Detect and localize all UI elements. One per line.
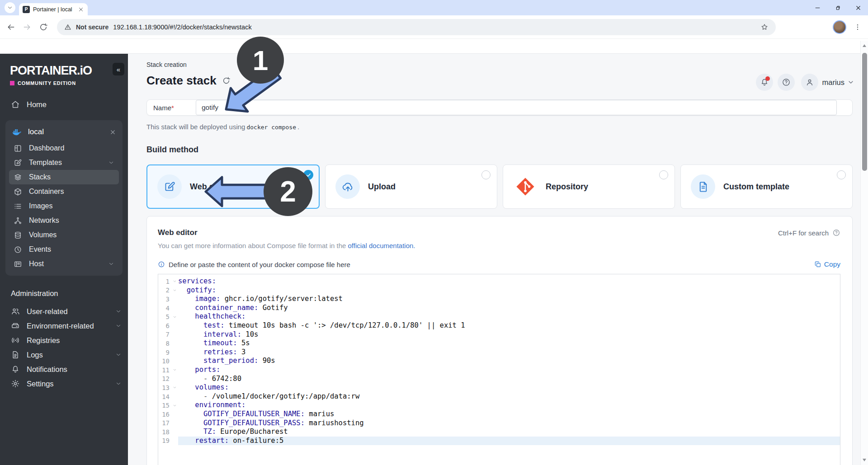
browser-profile-avatar[interactable]	[833, 20, 846, 34]
not-secure-warning-icon[interactable]	[64, 23, 71, 31]
sidebar-item-environment-related[interactable]: Environment-related	[0, 319, 128, 333]
code-text: environment:	[178, 401, 245, 410]
portainer-favicon: P	[23, 6, 30, 13]
code-text: container_name: Gotify	[178, 304, 288, 313]
fold-icon[interactable]	[171, 315, 178, 319]
sidebar-item-notifications[interactable]: Notifications	[0, 362, 128, 376]
sidebar-item-images[interactable]: Images	[9, 199, 119, 213]
bookmark-star-icon[interactable]	[760, 23, 769, 31]
edit-icon	[157, 174, 182, 199]
fold-icon[interactable]	[171, 288, 178, 292]
code-line-17: 17 GOTIFY_DEFAULTUSER_PASS: mariushostin…	[158, 419, 840, 428]
browser-menu-icon[interactable]	[854, 23, 862, 31]
network-icon	[14, 216, 22, 225]
sidebar-item-settings[interactable]: Settings	[0, 376, 128, 391]
line-number: 10	[158, 357, 171, 365]
notifications-button[interactable]	[756, 74, 773, 91]
compose-info-text: You can get more information about Compo…	[158, 242, 840, 249]
chevron-down-icon	[115, 352, 122, 358]
official-documentation-link[interactable]: official documentation.	[348, 242, 415, 249]
code-line-13: 13 volumes:	[158, 383, 840, 392]
help-button[interactable]	[778, 74, 795, 91]
sidebar-item-logs[interactable]: Logs	[0, 348, 128, 362]
scrollbar-thumb[interactable]	[862, 53, 867, 171]
window-close-icon[interactable]	[855, 5, 862, 11]
user-menu-button[interactable]	[801, 74, 818, 91]
code-text: retries: 3	[178, 348, 245, 357]
gear-icon	[11, 379, 20, 388]
radio-button[interactable]	[659, 170, 668, 179]
line-number: 12	[158, 375, 171, 382]
fold-icon[interactable]	[171, 404, 178, 408]
web-editor-card: Web editor Ctrl+F for search You can get…	[146, 216, 853, 465]
page-scrollbar[interactable]	[860, 41, 868, 465]
chevron-down-icon[interactable]	[847, 79, 854, 86]
sidebar-item-home[interactable]: Home	[0, 97, 128, 112]
radio-button[interactable]	[481, 170, 491, 179]
minimize-icon[interactable]	[814, 5, 821, 11]
fold-icon[interactable]	[171, 279, 178, 283]
build-method-repository[interactable]: Repository	[503, 164, 675, 209]
code-text: gotify:	[178, 286, 216, 295]
forward-icon[interactable]	[23, 23, 32, 32]
sidebar-item-host[interactable]: Host	[9, 257, 119, 271]
portainer-logo: PORTAINER.iO	[10, 64, 128, 78]
tab-close-icon[interactable]	[78, 6, 84, 13]
sidebar-item-label: Networks	[29, 216, 59, 225]
scrollbar-down-arrow[interactable]	[863, 459, 866, 461]
code-line-8: 8 timeout: 5s	[158, 339, 840, 348]
sidebar-item-user-related[interactable]: User-related	[0, 304, 128, 319]
fold-icon[interactable]	[171, 368, 178, 372]
sidebar-item-volumes[interactable]: Volumes	[9, 228, 119, 242]
environment-header[interactable]: local	[5, 123, 123, 141]
sidebar-item-label: Templates	[29, 159, 62, 167]
restore-icon[interactable]	[835, 5, 841, 11]
line-number: 16	[158, 411, 171, 418]
code-line-19: 19 restart: on-failure:5	[158, 437, 840, 446]
sidebar-item-label: Dashboard	[29, 144, 64, 152]
refresh-icon[interactable]	[222, 76, 231, 85]
user-icon	[805, 78, 814, 87]
copy-button[interactable]: Copy	[814, 260, 840, 268]
drive-icon	[11, 321, 20, 330]
build-method-upload[interactable]: Upload	[325, 164, 497, 209]
fold-icon[interactable]	[171, 385, 178, 390]
code-text: restart: on-failure:5	[178, 437, 283, 446]
environment-close-icon[interactable]	[109, 129, 116, 136]
compose-code-editor[interactable]: 1services:2 gotify:3 image: ghcr.io/goti…	[158, 274, 840, 465]
sidebar-item-dashboard[interactable]: Dashboard	[9, 141, 119, 155]
sidebar-item-networks[interactable]: Networks	[9, 213, 119, 228]
stack-name-input[interactable]	[196, 100, 837, 115]
box-icon	[14, 188, 22, 196]
sidebar-item-templates[interactable]: Templates	[9, 155, 119, 170]
sidebar-item-containers[interactable]: Containers	[9, 184, 119, 199]
url-bar[interactable]: Not secure 192.168.1.18:9000/#!/2/docker…	[57, 19, 776, 35]
sidebar-item-label: Environment-related	[27, 322, 94, 330]
line-number: 2	[158, 287, 171, 294]
page-title: Create stack	[146, 74, 217, 88]
reload-icon[interactable]	[39, 23, 48, 32]
sidebar-item-label: Stacks	[29, 173, 51, 181]
sidebar-item-events[interactable]: Events	[9, 242, 119, 257]
browser-tab[interactable]: P Portainer | local	[19, 3, 88, 15]
build-method-custom-template[interactable]: Custom template	[680, 164, 853, 209]
sidebar-collapse-button[interactable]: «	[113, 63, 124, 75]
line-number: 14	[158, 393, 171, 400]
annotation-step-1-badge: 1	[237, 37, 284, 84]
question-icon[interactable]	[832, 229, 840, 237]
page-top-gap	[0, 39, 868, 53]
radio-button[interactable]	[837, 170, 846, 179]
sidebar-item-stacks[interactable]: Stacks	[9, 170, 119, 184]
tab-search-button[interactable]	[5, 2, 15, 13]
sidebar-item-registries[interactable]: Registries	[0, 333, 128, 348]
chevron-down-icon	[108, 160, 114, 166]
scrollbar-up-arrow[interactable]	[863, 44, 866, 47]
bell-icon	[11, 365, 20, 374]
code-text: TZ: Europe/Bucharest	[178, 427, 288, 437]
code-text: - /volume1/docker/gotify:/app/data:rw	[178, 392, 359, 401]
host-icon	[14, 260, 22, 268]
code-text: start_period: 90s	[178, 357, 275, 366]
main-content: Stack creation Create stack marius Name*	[128, 54, 868, 465]
chevron-down-icon	[108, 261, 114, 267]
back-icon[interactable]	[6, 23, 15, 32]
